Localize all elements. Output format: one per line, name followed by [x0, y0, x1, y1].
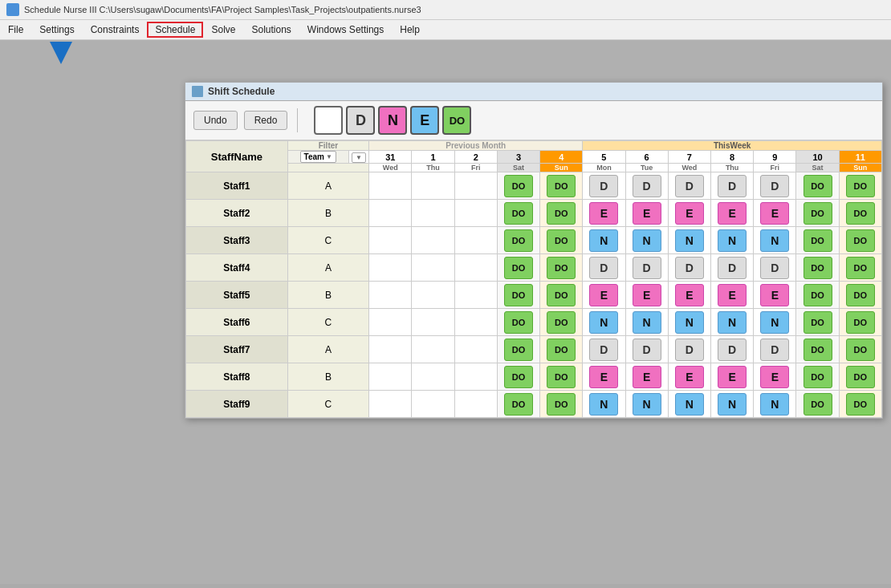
shift-cell: DO [540, 282, 583, 309]
shift-cell: E [583, 200, 625, 227]
shift-cell: E [754, 282, 796, 309]
menu-schedule[interactable]: Schedule [147, 22, 203, 38]
dayname-thu2: Thu [711, 164, 754, 172]
team-cell: C [287, 391, 368, 418]
table-row: Staff3CDODONNNNNDODO [186, 227, 882, 254]
shift-cell: D [583, 254, 625, 282]
shift-cell: D [668, 254, 710, 282]
team-dropdown[interactable]: Team ▼ [300, 151, 336, 163]
day-10: 10 [796, 151, 839, 164]
extra-filter-col: ▼ [348, 151, 368, 164]
shift-legend: D N E DO [314, 106, 471, 135]
dayname-sat1: Sat [497, 164, 539, 172]
shift-cell: DO [796, 309, 839, 336]
dayname-sat2: Sat [796, 164, 839, 172]
shift-cell: D [625, 336, 668, 363]
shift-cell: E [668, 200, 710, 227]
shift-cell [412, 200, 454, 227]
shift-cell: DO [796, 282, 839, 309]
dayname-thu: Thu [412, 164, 454, 172]
shift-cell [369, 391, 412, 418]
menu-windows-settings[interactable]: Windows Settings [299, 22, 392, 38]
menu-settings[interactable]: Settings [31, 22, 82, 38]
legend-E: E [410, 106, 439, 135]
menu-constraints[interactable]: Constraints [83, 22, 148, 38]
shift-cell: N [711, 309, 754, 336]
menu-solutions[interactable]: Solutions [243, 22, 299, 38]
team-cell: A [287, 254, 368, 282]
shift-cell: DO [540, 172, 583, 200]
shift-cell: DO [497, 391, 539, 418]
shift-cell: DO [796, 227, 839, 254]
team-cell: A [287, 336, 368, 363]
shift-cell [454, 336, 497, 363]
shift-cell [412, 363, 454, 391]
shift-cell [412, 336, 454, 363]
filter-header: Filter [287, 141, 368, 151]
shift-cell: D [583, 172, 625, 200]
shift-cell: DO [796, 254, 839, 282]
shift-cell: E [711, 200, 754, 227]
day-name-row: Wed Thu Fri Sat Sun Mon Tue Wed Thu Fri … [186, 164, 882, 172]
thisweek-header: ThisWeek [583, 141, 882, 151]
redo-button[interactable]: Redo [244, 111, 288, 130]
menu-solve[interactable]: Solve [203, 22, 243, 38]
staff-name-cell: Staff4 [186, 254, 288, 282]
shift-cell: DO [839, 309, 881, 336]
menu-help[interactable]: Help [392, 22, 428, 38]
dayname-wed2: Wed [668, 164, 710, 172]
staff-name-cell: Staff2 [186, 200, 288, 227]
shift-cell: E [711, 363, 754, 391]
empty-day-name [287, 164, 368, 172]
shift-cell: DO [839, 227, 881, 254]
shift-cell [454, 391, 497, 418]
shift-cell: DO [497, 336, 539, 363]
shift-cell: DO [497, 282, 539, 309]
staff-name-cell: Staff5 [186, 282, 288, 309]
staff-name-cell: Staff6 [186, 309, 288, 336]
shift-cell [369, 254, 412, 282]
shift-cell: DO [540, 336, 583, 363]
day-9: 9 [754, 151, 796, 164]
team-cell: B [287, 282, 368, 309]
day-1: 1 [412, 151, 454, 164]
extra-dropdown[interactable]: ▼ [352, 152, 366, 163]
title-text: Schedule Nurse III C:\Users\sugaw\Docume… [24, 5, 421, 14]
shift-cell [412, 309, 454, 336]
staff-name-cell: Staff3 [186, 227, 288, 254]
staff-name-cell: Staff9 [186, 391, 288, 418]
day-5: 5 [583, 151, 625, 164]
shift-cell: D [668, 172, 710, 200]
day-6: 6 [625, 151, 668, 164]
legend-empty [314, 106, 343, 135]
team-cell: B [287, 200, 368, 227]
menu-file[interactable]: File [0, 22, 31, 38]
shift-schedule-window: Shift Schedule Undo Redo D N E DO StaffN… [185, 82, 883, 419]
dayname-mon: Mon [583, 164, 625, 172]
staff-name-cell: Staff7 [186, 336, 288, 363]
shift-cell [412, 282, 454, 309]
shift-cell [369, 336, 412, 363]
shift-window-title-text: Shift Schedule [208, 86, 275, 97]
shift-cell [454, 309, 497, 336]
dayname-fri: Fri [454, 164, 497, 172]
team-cell: A [287, 172, 368, 200]
shift-cell: D [668, 336, 710, 363]
shift-cell: E [668, 282, 710, 309]
shift-cell [454, 227, 497, 254]
undo-button[interactable]: Undo [193, 111, 238, 130]
shift-cell: D [754, 336, 796, 363]
shift-cell: N [754, 227, 796, 254]
arrow-indicator [50, 42, 72, 64]
shift-cell: DO [540, 200, 583, 227]
main-area: Shift Schedule Undo Redo D N E DO StaffN… [0, 40, 891, 584]
shift-cell [369, 309, 412, 336]
table-row: Staff9CDODONNNNNDODO [186, 391, 882, 418]
shift-cell: DO [540, 363, 583, 391]
schedule-table-wrap: StaffName Filter Previous Month ThisWeek… [185, 140, 882, 418]
toolbar: Undo Redo D N E DO [185, 101, 882, 140]
day-11: 11 [839, 151, 881, 164]
table-row: Staff1ADODODDDDDDODO [186, 172, 882, 200]
shift-cell: D [754, 172, 796, 200]
shift-cell [369, 200, 412, 227]
